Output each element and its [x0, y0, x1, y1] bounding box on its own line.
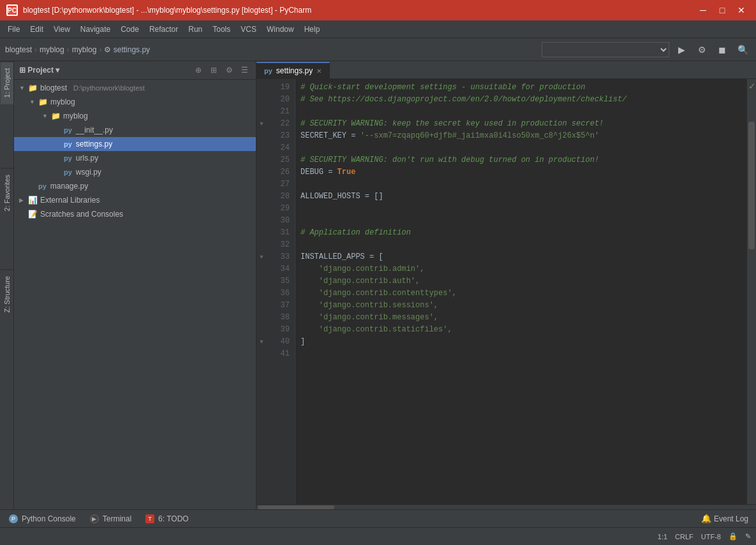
breadcrumb-settings: ⚙ settings.py [104, 45, 150, 54]
line-num-37: 37 [267, 300, 290, 312]
code-line-19: # Quick-start development settings - uns… [300, 82, 742, 94]
code-app-auth: 'django.contrib.auth', [319, 275, 420, 287]
cursor-position[interactable]: 1:1 [658, 533, 667, 541]
tab-settings-py[interactable]: py settings.py ✕ [256, 62, 330, 78]
tree-item-settings[interactable]: py settings.py [14, 137, 256, 151]
menu-item-tools[interactable]: Tools [207, 22, 235, 36]
tree-arrow-myblog1 [29, 99, 36, 105]
menu-bar: FileEditViewNavigateCodeRefactorRunTools… [0, 20, 756, 38]
tree-item-urls[interactable]: py urls.py [14, 151, 256, 165]
bottom-bar: P Python Console ▶ Terminal T 6: TODO 🔔 … [0, 509, 756, 527]
gutter-line-27 [256, 178, 267, 191]
line-num-36: 36 [267, 287, 290, 300]
gutter-line-22[interactable]: ▼ [256, 118, 267, 130]
tree-item-manage[interactable]: py manage.py [14, 179, 256, 193]
tree-item-wsgi[interactable]: py wsgi.py [14, 165, 256, 179]
gutter-line-36 [256, 287, 267, 300]
status-bar: 1:1 CRLF UTF-8 🔒 ✎ [0, 527, 756, 545]
code-line-23: SECRET_KEY = '--sxm7=zqapq60+djfb#_jai1m… [300, 130, 742, 142]
code-line-31: # Application definition [300, 227, 742, 239]
tree-item-blogtest[interactable]: 📁 blogtest D:\pythonwork\blogtest [14, 81, 256, 95]
line-num-41: 41 [267, 348, 290, 360]
run-config-dropdown[interactable] [542, 42, 669, 57]
tree-arrow-myblog2 [42, 113, 48, 119]
menu-item-edit[interactable]: Edit [25, 22, 48, 36]
code-app-staticfiles: 'django.contrib.staticfiles', [319, 324, 452, 336]
h-scrollbar-thumb[interactable] [258, 505, 334, 509]
tree-label-init: __init__.py [76, 126, 113, 134]
menu-item-help[interactable]: Help [299, 22, 325, 36]
scrollbar-thumb[interactable] [748, 122, 755, 249]
event-log-button[interactable]: 🔔 Event Log [696, 514, 753, 523]
todo-tab[interactable]: T 6: TODO [139, 511, 195, 527]
project-layout-btn[interactable]: ☰ [238, 64, 251, 76]
gutter-line-40[interactable]: ▼ [256, 336, 267, 348]
breadcrumb-myblog2[interactable]: myblog [72, 45, 97, 54]
line-ending[interactable]: CRLF [675, 533, 693, 541]
file-icon-urls: py [64, 154, 72, 162]
line-num-25: 25 [267, 154, 290, 166]
line-num-40: 40 [267, 336, 290, 348]
run-button[interactable]: ▶ [673, 41, 690, 58]
menu-item-file[interactable]: File [3, 22, 25, 36]
code-area[interactable]: # Quick-start development settings - uns… [295, 79, 747, 504]
tree-label-scratches: Scratches and Consoles [40, 210, 123, 219]
python-console-tab[interactable]: P Python Console [3, 511, 82, 527]
horizontal-scrollbar[interactable] [256, 504, 756, 509]
close-button[interactable]: ✕ [733, 4, 750, 17]
breadcrumb-myblog1[interactable]: myblog [40, 45, 64, 54]
tree-item-init[interactable]: py __init__.py [14, 123, 256, 137]
editor-content[interactable]: ▼ ▼ ▼ [256, 79, 756, 504]
sidebar-item-favorites[interactable]: 2: Favorites [1, 168, 13, 217]
build-button[interactable]: ⚙ [693, 41, 710, 58]
title-bar: PC blogtest [D:\pythonwork\blogtest] - .… [0, 0, 756, 20]
title-bar-left: PC blogtest [D:\pythonwork\blogtest] - .… [6, 4, 311, 16]
menu-item-vcs[interactable]: VCS [235, 22, 262, 36]
tree-item-ext-libs[interactable]: 📊 External Libraries [14, 193, 256, 207]
line-num-19: 19 [267, 82, 290, 94]
menu-item-navigate[interactable]: Navigate [75, 22, 115, 36]
line-num-22: 22 [267, 118, 290, 130]
sidebar-item-structure[interactable]: Z: Structure [1, 269, 13, 319]
tree-label-ext-libs: External Libraries [40, 196, 100, 205]
menu-item-window[interactable]: Window [262, 22, 299, 36]
line-num-35: 35 [267, 275, 290, 287]
line-num-31: 31 [267, 227, 290, 239]
search-button[interactable]: 🔍 [734, 41, 751, 58]
sidebar-item-project[interactable]: 1: Project [1, 61, 13, 104]
menu-item-run[interactable]: Run [183, 22, 207, 36]
project-sync-btn[interactable]: ⊕ [192, 64, 205, 76]
gutter-line-33[interactable]: ▼ [256, 251, 267, 263]
terminal-tab[interactable]: ▶ Terminal [84, 511, 138, 527]
gutter-line-41 [256, 348, 267, 360]
stop-button[interactable]: ◼ [714, 41, 730, 58]
code-debug-var: DEBUG = [300, 166, 337, 178]
gutter-line-37 [256, 300, 267, 312]
code-line-34: 'django.contrib.admin', [300, 263, 742, 275]
tree-arrow-blogtest [19, 85, 26, 91]
minimize-button[interactable]: ─ [695, 4, 711, 17]
tree-item-myblog2[interactable]: 📁 myblog [14, 109, 256, 123]
code-app-admin: 'django.contrib.admin', [319, 263, 425, 275]
folder-icon-myblog1: 📁 [38, 98, 48, 106]
project-settings-btn[interactable]: ⚙ [223, 64, 235, 76]
breadcrumb-blogtest[interactable]: blogtest [5, 45, 32, 54]
tree-item-myblog1[interactable]: 📁 myblog [14, 95, 256, 109]
gutter-line-26 [256, 166, 267, 178]
maximize-button[interactable]: □ [714, 4, 730, 17]
tab-close-settings[interactable]: ✕ [316, 68, 322, 75]
encoding[interactable]: UTF-8 [701, 533, 721, 541]
code-line-37: 'django.contrib.sessions', [300, 300, 742, 312]
line-numbers: 19 20 21 22 23 24 25 26 27 28 29 30 31 3… [267, 79, 295, 504]
line-num-20: 20 [267, 94, 290, 106]
menu-item-code[interactable]: Code [115, 22, 144, 36]
tree-detail-blogtest: D:\pythonwork\blogtest [73, 84, 145, 92]
line-num-21: 21 [267, 106, 290, 118]
tree-item-scratches[interactable]: 📝 Scratches and Consoles [14, 207, 256, 221]
gutter-line-38 [256, 312, 267, 324]
project-collapse-btn[interactable]: ⊞ [207, 64, 220, 76]
menu-item-view[interactable]: View [48, 22, 75, 36]
menu-item-refactor[interactable]: Refactor [144, 22, 183, 36]
line-num-39: 39 [267, 324, 290, 336]
breadcrumb-sep-2: › [67, 45, 70, 54]
